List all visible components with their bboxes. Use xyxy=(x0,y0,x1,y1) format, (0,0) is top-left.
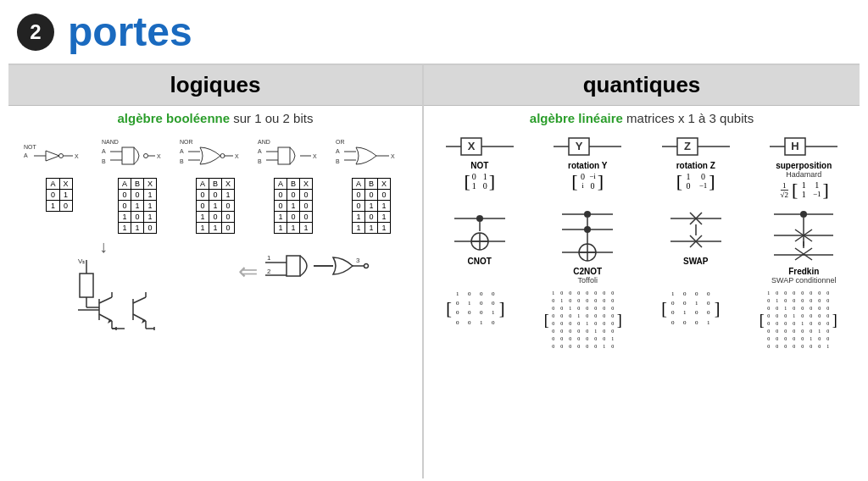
svg-text:Z: Z xyxy=(684,140,691,152)
quantum-gate-z: Z rotation Z [ 10 0−1 ] xyxy=(662,134,730,191)
svg-text:NOT: NOT xyxy=(24,144,37,150)
gate-h-sublabel: Hadamard xyxy=(786,170,821,179)
svg-text:A: A xyxy=(102,148,106,154)
truth-table-or: ABX 000 011 101 111 xyxy=(352,178,391,234)
svg-text:X: X xyxy=(75,153,79,159)
quantiques-subheader: algèbre linéaire matrices x 1 à 3 qubits xyxy=(424,106,860,130)
svg-text:Y: Y xyxy=(576,140,583,152)
gate-and: AND A B X ABX 000 010 100 xyxy=(256,134,331,234)
svg-rect-40 xyxy=(80,274,93,297)
svg-text:3: 3 xyxy=(356,257,360,264)
svg-text:A: A xyxy=(180,148,184,154)
cnot-label: CNOT xyxy=(468,257,492,266)
quantum-area: X NOT [ 01 10 ] xyxy=(424,130,860,478)
svg-point-71 xyxy=(364,264,368,268)
svg-text:X: X xyxy=(391,153,395,159)
page-title: portes xyxy=(68,8,192,55)
svg-text:A: A xyxy=(24,152,28,158)
quantum-gate-cnot: CNOT xyxy=(446,206,514,266)
svg-point-13 xyxy=(144,154,148,158)
swap-label: SWAP xyxy=(683,257,708,266)
arrow-down-left: ↓ xyxy=(99,237,108,257)
gate-x-label: NOT xyxy=(470,161,488,170)
svg-text:B: B xyxy=(258,158,262,164)
truth-table-nand: ABX 001 011 101 110 xyxy=(118,178,157,234)
fredkin-label: Fredkin xyxy=(788,267,819,276)
logic-gates-area: NOT A X AX 01 10 xyxy=(8,130,422,478)
svg-point-91 xyxy=(476,215,483,222)
logiques-subheader: algèbre booléenne sur 1 ou 2 bits xyxy=(8,106,422,130)
svg-text:X: X xyxy=(313,153,317,159)
svg-text:NOR: NOR xyxy=(180,139,193,145)
svg-marker-3 xyxy=(46,151,59,161)
quantum-gate-c2not: C2NOT Toffoli xyxy=(554,206,621,285)
badge: 2 xyxy=(17,14,54,51)
col-quantiques: quantiques algèbre linéaire matrices x 1… xyxy=(424,65,860,478)
svg-text:2: 2 xyxy=(267,268,271,275)
svg-text:X: X xyxy=(467,140,475,152)
gate-y-label: rotation Y xyxy=(568,161,607,170)
gate-z-label: rotation Z xyxy=(676,161,715,170)
fredkin-sublabel: SWAP conditionnel xyxy=(771,276,837,285)
quantum-gate-h: H superposition Hadamard 1 √2 [ 11 xyxy=(770,134,837,199)
svg-point-99 xyxy=(584,211,591,218)
gate-nor: NOR A B X ABX 001 010 100 xyxy=(178,134,253,234)
svg-text:X: X xyxy=(157,153,161,159)
svg-text:B: B xyxy=(336,158,340,164)
svg-rect-29 xyxy=(278,147,290,164)
main-content: logiques algèbre booléenne sur 1 ou 2 bi… xyxy=(8,64,860,478)
svg-text:1: 1 xyxy=(267,254,271,262)
c2not-sublabel: Toffoli xyxy=(578,276,598,285)
quantum-gate-y: Y rotation Y [ 0−i i0 ] xyxy=(554,134,621,191)
gate-or: OR A B X ABX 000 011 101 111 xyxy=(334,134,409,234)
header: 2 portes xyxy=(0,0,868,64)
truth-table-and: ABX 000 010 100 111 xyxy=(274,178,313,234)
col-logiques: logiques algèbre booléenne sur 1 ou 2 bi… xyxy=(8,65,424,478)
logiques-header: logiques xyxy=(8,65,422,106)
svg-text:NAND: NAND xyxy=(102,139,119,145)
gate-h-label: superposition xyxy=(776,161,832,170)
svg-text:B: B xyxy=(102,158,106,164)
svg-rect-12 xyxy=(122,147,134,164)
gate-not: NOT A X AX 01 10 xyxy=(22,134,97,212)
svg-text:X: X xyxy=(235,153,239,159)
logic-circuit: 1 2 3 xyxy=(261,237,371,305)
truth-table-not: AX 01 10 xyxy=(46,178,72,212)
svg-text:A: A xyxy=(258,148,262,154)
svg-text:H: H xyxy=(792,140,799,152)
truth-table-nor: ABX 001 010 100 110 xyxy=(196,178,235,234)
quantum-gate-x: X NOT [ 01 10 ] xyxy=(446,134,514,191)
svg-text:B: B xyxy=(180,158,184,164)
gate-nand: NAND A B X ABX 001 011 xyxy=(100,134,175,234)
svg-rect-65 xyxy=(287,256,300,276)
transistor-circuit: V₂ xyxy=(27,257,180,341)
quantum-gate-swap: SWAP xyxy=(662,206,730,266)
c2not-label: C2NOT xyxy=(573,267,602,276)
matrix-row: [ 1000 0100 0001 0010 ] [ 10000000 01000… xyxy=(429,288,854,352)
svg-text:AND: AND xyxy=(258,139,270,145)
svg-text:A: A xyxy=(336,148,340,154)
svg-line-56 xyxy=(133,297,146,303)
svg-text:V₂: V₂ xyxy=(78,257,85,265)
svg-text:OR: OR xyxy=(336,139,345,145)
svg-line-44 xyxy=(99,297,112,303)
svg-point-115 xyxy=(800,211,807,218)
quantiques-header: quantiques xyxy=(424,65,860,106)
arrow-gray-left: ⇐ xyxy=(238,257,258,285)
quantum-gate-fredkin: Fredkin SWAP conditionnel xyxy=(770,206,837,285)
